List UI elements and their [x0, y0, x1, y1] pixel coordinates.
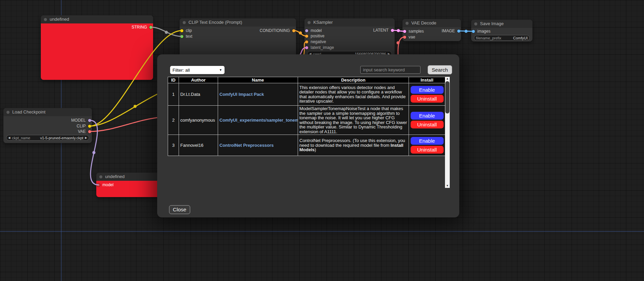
input-slot-text: text — [180, 34, 192, 39]
collapse-dot-icon[interactable] — [474, 22, 477, 25]
table-scrollbar[interactable]: ▲ ▼ — [445, 77, 450, 188]
node-title-bar[interactable]: VAE Decode — [402, 19, 461, 27]
node-title-bar[interactable]: Load Checkpoint — [3, 108, 92, 116]
cell-author: comfyanonymous — [179, 106, 218, 135]
search-button[interactable]: Search — [428, 65, 452, 74]
cell-description: This extension offers various detector n… — [298, 83, 409, 106]
uninstall-button[interactable]: Uninstall — [411, 95, 444, 103]
node-ksampler[interactable]: KSampler model positive negative latent_… — [304, 18, 395, 59]
slot-label: negative — [311, 39, 326, 44]
slot-label: VAE — [78, 129, 86, 134]
widget-name: ckpt_name — [12, 136, 30, 140]
extension-link[interactable]: ComfyUI Impact Pack — [219, 92, 264, 97]
scroll-up-icon[interactable]: ▲ — [445, 77, 450, 81]
cell-name: ComfyUI_experiments/sampler_tonemap — [218, 106, 298, 135]
slot-label: vae — [409, 35, 415, 39]
uninstall-button[interactable]: Uninstall — [411, 146, 444, 154]
wire-vae-link-left — [90, 117, 163, 131]
scroll-down-icon[interactable]: ▼ — [445, 184, 450, 188]
input-slot-model: model — [305, 28, 322, 33]
search-input[interactable] — [360, 66, 420, 74]
increment-arrow-icon[interactable]: ▶ — [85, 135, 87, 140]
node-load-checkpoint[interactable]: Load Checkpoint MODEL CLIP VAE ◀ ckpt_na… — [3, 108, 92, 143]
slot-dot[interactable] — [305, 35, 308, 38]
filename-prefix-widget[interactable]: filename_prefix ComfyUI — [474, 35, 530, 41]
slot-label: LATENT — [373, 28, 389, 33]
slot-label: IMAGE — [442, 29, 455, 33]
enable-button[interactable]: Enable — [411, 86, 444, 94]
slot-label: model — [311, 28, 322, 33]
extension-table: ID Author Name Description Install 1 Dr.… — [168, 77, 445, 156]
collapse-dot-icon[interactable] — [308, 21, 311, 24]
widget-name: filename_prefix — [476, 36, 501, 40]
close-button[interactable]: Close — [169, 205, 190, 214]
column-header-author: Author — [179, 77, 218, 83]
extension-link[interactable]: ComfyUI_experiments/sampler_tonemap — [219, 118, 298, 123]
graph-canvas[interactable]: undefined STRING CLIP Text Encode (Promp… — [0, 0, 644, 281]
extension-table-area: ID Author Name Description Install 1 Dr.… — [168, 77, 450, 188]
slot-dot[interactable] — [292, 29, 295, 32]
cell-author: Fannovel16 — [179, 135, 218, 156]
node-undefined-top[interactable]: undefined STRING — [41, 15, 153, 80]
slot-label: STRING — [132, 25, 147, 30]
node-title: VAE Decode — [411, 20, 436, 25]
collapse-dot-icon[interactable] — [99, 175, 102, 178]
slot-dot[interactable] — [403, 36, 406, 39]
node-title: KSampler — [313, 20, 333, 25]
node-title-bar[interactable]: Save Image — [471, 20, 532, 28]
node-title-bar[interactable]: KSampler — [304, 18, 395, 27]
slot-dot[interactable] — [180, 29, 183, 32]
slot-dot[interactable] — [305, 46, 308, 49]
slot-dot[interactable] — [403, 30, 406, 33]
input-slot-negative: negative — [305, 39, 326, 44]
collapse-dot-icon[interactable] — [44, 18, 47, 21]
collapse-dot-icon[interactable] — [406, 22, 409, 25]
node-vae-decode[interactable]: VAE Decode samples vae IMAGE — [402, 19, 461, 41]
node-title: undefined — [105, 174, 125, 179]
slot-dot[interactable] — [305, 40, 308, 43]
cell-description: ModelSamplerTonemapNoiseTest a node that… — [298, 106, 409, 135]
slot-label: latent_image — [311, 45, 334, 50]
uninstall-button[interactable]: Uninstall — [411, 121, 444, 128]
wire-midpoint-dot — [397, 29, 400, 32]
slot-label: samples — [409, 29, 424, 34]
slot-dot[interactable] — [88, 119, 91, 122]
filter-select[interactable]: Filter: all ▼ — [170, 66, 225, 74]
node-title: undefined — [50, 17, 69, 22]
column-header-install: Install — [409, 77, 445, 83]
cell-install: Enable Uninstall — [409, 135, 445, 156]
ckpt-name-widget[interactable]: ◀ ckpt_name v1-5-pruned-emaonly.ckpt ▶ — [6, 135, 89, 141]
table-row: 3 Fannovel16 ControlNet Preprocessors Co… — [168, 135, 445, 156]
node-save-image[interactable]: Save Image images filename_prefix ComfyU… — [471, 20, 532, 41]
node-title: Save Image — [480, 21, 503, 26]
collapse-dot-icon[interactable] — [6, 111, 10, 114]
slot-dot[interactable] — [457, 30, 460, 33]
slot-dot[interactable] — [149, 26, 152, 29]
node-title-bar[interactable]: undefined — [41, 15, 153, 23]
slot-dot[interactable] — [305, 29, 308, 32]
widget-value: v1-5-pruned-emaonly.ckpt — [40, 136, 83, 140]
enable-button[interactable]: Enable — [411, 137, 444, 145]
slot-dot[interactable] — [88, 130, 91, 133]
scrollbar-thumb[interactable] — [445, 81, 449, 113]
cell-id: 2 — [168, 106, 179, 135]
cell-name: ComfyUI Impact Pack — [218, 83, 298, 106]
chevron-down-icon: ▼ — [219, 68, 222, 72]
wire-midpoint-dot — [165, 31, 168, 34]
output-slot-model: MODEL — [71, 118, 91, 123]
slot-dot[interactable] — [180, 35, 183, 38]
column-header-name: Name — [218, 77, 298, 83]
slot-dot[interactable] — [97, 183, 100, 187]
extension-link[interactable]: ControlNet Preprocessors — [219, 143, 274, 148]
decrement-arrow-icon[interactable]: ◀ — [8, 135, 10, 140]
slot-dot[interactable] — [391, 29, 394, 32]
filter-select-value: Filter: all — [172, 68, 190, 73]
node-title-bar[interactable]: CLIP Text Encode (Prompt) — [180, 18, 296, 27]
slot-dot[interactable] — [472, 30, 475, 33]
enable-button[interactable]: Enable — [411, 112, 444, 120]
cell-author: Dr.Lt.Data — [179, 83, 218, 106]
slot-dot[interactable] — [88, 125, 91, 128]
slot-label: images — [477, 29, 491, 34]
collapse-dot-icon[interactable] — [183, 21, 186, 24]
node-title: CLIP Text Encode (Prompt) — [188, 20, 242, 25]
